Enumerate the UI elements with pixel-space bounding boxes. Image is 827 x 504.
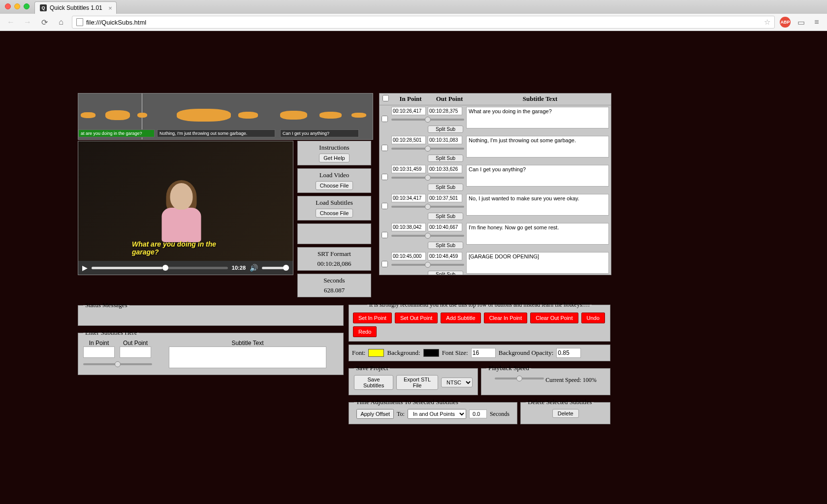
row-text-input[interactable]: [GARAGE DOOR OPENING] bbox=[466, 252, 609, 274]
load-subtitles-box: Load Subtitles Choose File bbox=[297, 196, 371, 220]
split-sub-button[interactable]: Split Sub bbox=[428, 184, 463, 191]
row-in-input[interactable] bbox=[391, 194, 426, 202]
browser-tab[interactable]: Q Quick Subtitles 1.01 × bbox=[34, 1, 117, 14]
url-input[interactable]: file:///QuickSubs.html ☆ bbox=[72, 16, 775, 29]
close-window-icon[interactable] bbox=[5, 3, 11, 9]
add-subtitle-button[interactable]: Add Subtitle bbox=[441, 313, 480, 323]
row-text-input[interactable]: Nothing, I'm just throwing out some garb… bbox=[466, 136, 609, 158]
entry-text-input[interactable] bbox=[169, 346, 326, 368]
timeadj-legend: Time Adjustments To Selected Subtitles bbox=[354, 398, 460, 406]
volume-slider[interactable] bbox=[262, 267, 289, 269]
forward-button[interactable]: → bbox=[22, 16, 33, 28]
volume-icon[interactable]: 🔊 bbox=[250, 264, 258, 272]
row-in-input[interactable] bbox=[391, 107, 426, 115]
video-frame[interactable]: What are you doing in the garage? bbox=[78, 141, 293, 261]
video-player: What are you doing in the garage? ▶ 10:2… bbox=[78, 141, 293, 275]
volume-thumb-icon[interactable] bbox=[283, 265, 289, 271]
row-text-input[interactable]: What are you doing in the garage? bbox=[466, 107, 609, 128]
progress-bar[interactable] bbox=[92, 267, 228, 269]
row-in-input[interactable] bbox=[391, 165, 426, 173]
format-select[interactable]: NTSC bbox=[441, 378, 473, 387]
minimize-window-icon[interactable] bbox=[14, 3, 20, 9]
row-out-input[interactable] bbox=[428, 223, 462, 231]
row-checkbox[interactable] bbox=[382, 232, 388, 238]
home-button[interactable]: ⌂ bbox=[55, 16, 67, 28]
row-checkbox[interactable] bbox=[382, 145, 388, 151]
timeline-sub[interactable]: at are you doing in the garage? bbox=[78, 129, 155, 137]
entry-slider[interactable] bbox=[83, 361, 152, 368]
select-all-checkbox[interactable] bbox=[382, 95, 389, 101]
playback-speed-slider[interactable] bbox=[495, 375, 544, 382]
row-out-input[interactable] bbox=[428, 136, 462, 144]
device-icon[interactable]: ▭ bbox=[795, 17, 806, 28]
set-in-point-button[interactable]: Set In Point bbox=[353, 313, 392, 323]
back-button[interactable]: ← bbox=[5, 16, 17, 28]
entry-in-label: In Point bbox=[83, 340, 115, 346]
split-sub-button[interactable]: Split Sub bbox=[428, 126, 463, 133]
get-help-button[interactable]: Get Help bbox=[319, 154, 349, 162]
row-out-input[interactable] bbox=[428, 107, 462, 115]
row-in-input[interactable] bbox=[391, 252, 426, 260]
offset-target-select[interactable]: In and Out Points bbox=[408, 409, 466, 419]
export-stl-button[interactable]: Export STL File bbox=[396, 375, 438, 390]
row-out-input[interactable] bbox=[428, 252, 462, 260]
font-color-swatch[interactable] bbox=[368, 349, 384, 357]
entry-in-input[interactable] bbox=[83, 346, 115, 358]
split-sub-button[interactable]: Split Sub bbox=[428, 242, 463, 249]
style-row: Font: Background: Font Size: Background … bbox=[349, 345, 610, 361]
subtitle-rows[interactable]: Split SubWhat are you doing in the garag… bbox=[380, 105, 611, 275]
undo-button[interactable]: Undo bbox=[581, 313, 605, 323]
seconds-title: Seconds bbox=[300, 277, 368, 284]
row-in-input[interactable] bbox=[391, 223, 426, 231]
row-slider[interactable] bbox=[391, 116, 464, 123]
split-sub-button[interactable]: Split Sub bbox=[428, 213, 463, 220]
video-content bbox=[170, 183, 201, 242]
row-slider[interactable] bbox=[391, 232, 464, 239]
row-slider[interactable] bbox=[391, 174, 464, 181]
close-tab-icon[interactable]: × bbox=[108, 4, 112, 12]
timeline-sub[interactable]: Nothing, I'm just throwing out some garb… bbox=[157, 129, 275, 137]
waveform-timeline[interactable]: at are you doing in the garage?Nothing, … bbox=[78, 93, 373, 140]
delete-button[interactable]: Delete bbox=[552, 409, 579, 418]
row-in-input[interactable] bbox=[391, 136, 426, 144]
split-sub-button[interactable]: Split Sub bbox=[428, 155, 463, 162]
reload-button[interactable]: ⟳ bbox=[38, 16, 50, 28]
row-out-input[interactable] bbox=[428, 165, 462, 173]
address-bar: ← → ⟳ ⌂ file:///QuickSubs.html ☆ ABP ▭ ≡ bbox=[0, 14, 827, 31]
menu-icon[interactable]: ≡ bbox=[811, 17, 822, 28]
offset-value-input[interactable] bbox=[469, 410, 487, 418]
row-text-input[interactable]: I'm fine honey. Now go get some rest. bbox=[466, 223, 609, 245]
maximize-window-icon[interactable] bbox=[24, 3, 30, 9]
play-button[interactable]: ▶ bbox=[82, 264, 88, 272]
row-checkbox[interactable] bbox=[382, 261, 388, 267]
save-subtitles-button[interactable]: Save Subtitles bbox=[354, 375, 393, 390]
opacity-input[interactable] bbox=[556, 348, 581, 358]
row-checkbox[interactable] bbox=[382, 174, 388, 180]
row-slider[interactable] bbox=[391, 203, 464, 210]
row-checkbox[interactable] bbox=[382, 203, 388, 209]
entry-out-input[interactable] bbox=[120, 346, 151, 358]
page-icon bbox=[76, 18, 83, 26]
subtitle-list: In Point Out Point Subtitle Text Split S… bbox=[379, 93, 611, 275]
split-sub-button[interactable]: Split Sub bbox=[428, 271, 463, 275]
adblock-icon[interactable]: ABP bbox=[780, 17, 791, 28]
choose-subtitles-button[interactable]: Choose File bbox=[316, 209, 353, 218]
row-out-input[interactable] bbox=[428, 194, 462, 202]
row-slider[interactable] bbox=[391, 261, 464, 268]
row-checkbox[interactable] bbox=[382, 116, 388, 122]
bookmark-icon[interactable]: ☆ bbox=[764, 18, 770, 27]
row-text-input[interactable]: Can I get you anything? bbox=[466, 165, 609, 187]
timeline-sub[interactable]: Can I get you anything? bbox=[280, 129, 359, 137]
apply-offset-button[interactable]: Apply Offset bbox=[356, 409, 394, 419]
row-text-input[interactable]: No, I just wanted to make sure you were … bbox=[466, 194, 609, 216]
redo-button[interactable]: Redo bbox=[353, 326, 377, 337]
bg-color-swatch[interactable] bbox=[423, 349, 439, 357]
choose-video-button[interactable]: Choose File bbox=[316, 181, 353, 190]
progress-thumb-icon[interactable] bbox=[162, 265, 168, 271]
clear-in-point-button[interactable]: Clear In Point bbox=[484, 313, 528, 323]
row-slider[interactable] bbox=[391, 145, 464, 152]
font-size-input[interactable] bbox=[471, 348, 496, 358]
set-out-point-button[interactable]: Set Out Point bbox=[395, 313, 438, 323]
clear-out-point-button[interactable]: Clear Out Point bbox=[530, 313, 578, 323]
subtitle-row: Split SubI'm fine honey. Now go get some… bbox=[380, 221, 611, 251]
